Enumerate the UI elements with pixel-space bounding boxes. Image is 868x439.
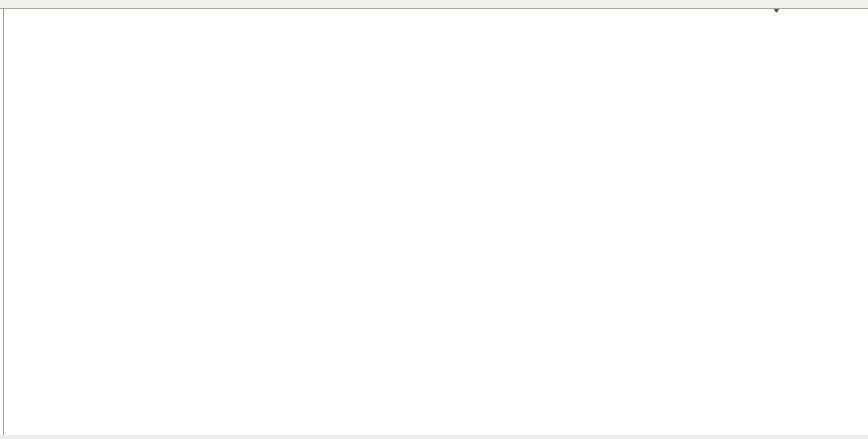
main-toolbar [0, 0, 868, 9]
trend-arrow[interactable] [0, 0, 868, 439]
